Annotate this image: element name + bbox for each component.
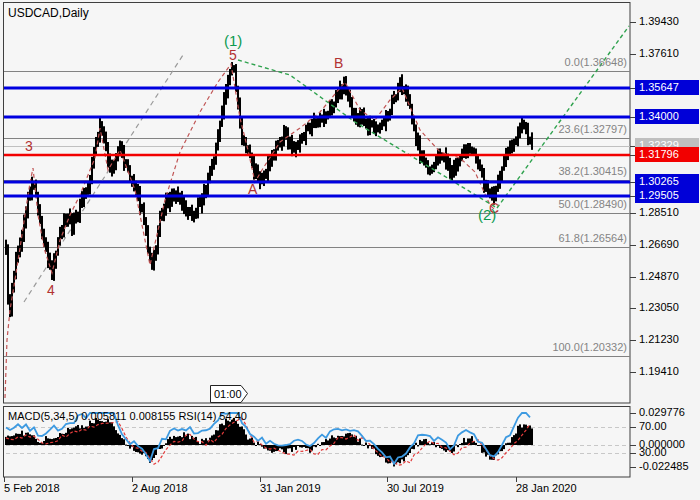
main-chart-panel[interactable] <box>4 3 630 403</box>
price-badge: 1.31796 <box>635 147 699 162</box>
indicator-tick-label: 30.00 <box>639 446 667 458</box>
price-tick-label: 1.39430 <box>639 15 679 27</box>
wave-label-A: A <box>248 182 257 197</box>
time-tag: 01:00 <box>214 388 242 400</box>
fib-level-label: 61.8(1.26564) <box>559 232 628 244</box>
indicator-values-label: MACD(5,34,5) 0.005811 0.008155 RSI(14) 5… <box>8 410 247 422</box>
price-tick-label: 1.28510 <box>639 206 679 218</box>
date-tick-label: 5 Feb 2018 <box>4 482 60 494</box>
wave-label-5: 5 <box>229 48 237 63</box>
price-tick-label: 1.19410 <box>639 365 679 377</box>
fib-level-label: 100.0(1.20332) <box>552 341 627 353</box>
wave-label-2: (2) <box>478 207 496 224</box>
price-badge: 1.34000 <box>635 109 699 124</box>
price-tick-label: 1.21230 <box>639 333 679 345</box>
wave-label-3: 3 <box>25 139 33 154</box>
indicator-tick-label: -0.022485 <box>639 460 689 472</box>
fib-level-label: 0.0(1.36648) <box>565 56 627 68</box>
wave-label-B: B <box>334 56 343 71</box>
symbol-timeframe-label: USDCAD,Daily <box>8 7 89 20</box>
price-tick-label: 1.26690 <box>639 238 679 250</box>
date-tick-label: 2 Aug 2018 <box>132 482 188 494</box>
indicator-tick-label: 0.029776 <box>639 406 685 418</box>
price-tick-label: 1.24870 <box>639 270 679 282</box>
fib-level-label: 38.2(1.30415) <box>559 165 628 177</box>
fib-level-label: 50.0(1.28490) <box>559 198 628 210</box>
price-badge: 1.30265 <box>635 174 699 189</box>
date-tick-label: 30 Jul 2019 <box>387 482 444 494</box>
wave-label-4: 4 <box>47 283 55 298</box>
date-tick-label: 28 Jan 2020 <box>516 482 577 494</box>
price-tick-label: 1.37610 <box>639 47 679 59</box>
price-badge: 1.29505 <box>635 188 699 203</box>
date-tick-label: 31 Jan 2019 <box>260 482 321 494</box>
fib-level-label: 23.6(1.32797) <box>559 123 628 135</box>
price-badge: 1.35647 <box>635 80 699 95</box>
indicator-tick-label: 70.00 <box>639 420 667 432</box>
price-tick-label: 1.23050 <box>639 301 679 313</box>
chart-window: USDCAD,Daily MACD(5,34,5) 0.005811 0.008… <box>0 0 700 500</box>
